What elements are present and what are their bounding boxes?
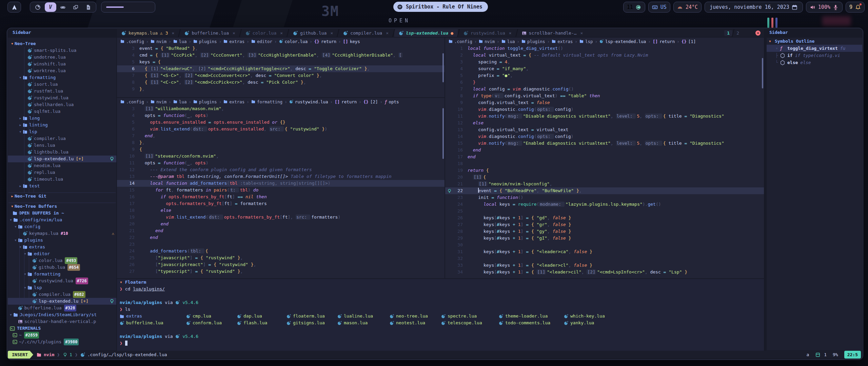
tab-close-icon[interactable]: ×: [172, 30, 175, 36]
buffer-tab-bufferline-lua[interactable]: bufferline.lua×: [180, 29, 239, 37]
code-line[interactable]: 6 { [1]"<leader>uC", [2]"<cmd>CccHighlig…: [117, 65, 445, 72]
code-line[interactable]: 31 keys[#keys + 1] = { "<leader>ca", fal…: [445, 248, 764, 255]
code-line[interactable]: 12 else: [445, 120, 764, 126]
code-line[interactable]: 27 keys[#keys + 1] = { "gr", false }: [445, 221, 764, 228]
outline-item-toggle_diag_virtext[interactable]: ▾ƒtoggle_diag_virtextfu: [767, 45, 862, 52]
terminal-line[interactable]: nvim/lua/plugins via v5.4.6: [117, 333, 764, 340]
code-line[interactable]: 15 for ft, formatters in pairs(t: tbl) d…: [117, 187, 445, 194]
tabpage-number-2[interactable]: 2: [734, 30, 742, 36]
code-line[interactable]: 10 vim.diagnostic.config(opts: config): [445, 106, 764, 113]
floaterm-header[interactable]: ▾Floaterm: [117, 279, 764, 286]
code-line[interactable]: 13 config.virtual_text = virtual_text: [445, 126, 764, 133]
tab-close-icon[interactable]: ×: [233, 30, 235, 36]
terminal-line[interactable]: extrascmp.luadap.luafloaterm.lualualine.…: [117, 313, 764, 320]
code-line[interactable]: 30: [445, 242, 764, 248]
code-line[interactable]: 4 source = "if_many",: [445, 65, 764, 72]
code-line[interactable]: 23: [117, 241, 445, 248]
scrollbar-handle[interactable]: [442, 53, 444, 82]
code-line[interactable]: 19return {: [445, 167, 764, 174]
scrollbar-handle[interactable]: [442, 108, 444, 159]
code-line[interactable]: 21 [1]"neovim/nvim-lspconfig",: [445, 181, 764, 187]
neovim-icon[interactable]: V: [45, 2, 56, 12]
code-line[interactable]: 8},: [117, 139, 445, 146]
tabpage-number-1[interactable]: 1: [724, 30, 732, 36]
buffer-tab-scrollbar-handle-[interactable]: scrollbar-handle-…×: [517, 29, 588, 37]
code-line[interactable]: 27 ["typescript"] = { "rustywind" },: [117, 268, 445, 275]
neotree-section-neo-tree-git[interactable]: ▸Neo-Tree Git: [8, 193, 116, 200]
code-line[interactable]: 7 { [1]"<S-C>", [2]"<cmd>CccConvert<cr>"…: [117, 72, 445, 79]
windows-copy-icon[interactable]: [70, 2, 81, 12]
updates-widget[interactable]: 11: [623, 2, 645, 13]
document-icon[interactable]: [82, 2, 94, 12]
code-line[interactable]: 23 init = function(): [445, 194, 764, 201]
buffer-tab-github-lua[interactable]: github.lua×: [289, 29, 337, 37]
tree-item[interactable]: ~#2859: [8, 332, 116, 339]
code-line[interactable]: 5 opts.ensure_installed = opts.ensure_in…: [117, 119, 445, 126]
code-line[interactable]: 9},: [117, 86, 445, 93]
code-line[interactable]: 16 end: [445, 147, 764, 154]
code-line[interactable]: 25: [445, 208, 764, 215]
terminal-line[interactable]: ❯ ls: [117, 306, 764, 313]
neotree-section-neo-tree-buffers[interactable]: ▾Neo-Tree Buffers: [8, 203, 116, 210]
code-line[interactable]: 34 keys[#keys + 1] = { [1]"<leader>cil",…: [445, 269, 764, 276]
code-line[interactable]: 14 local function add_formatters(tbl :ta…: [117, 180, 445, 187]
code-line[interactable]: 5keys = {: [117, 59, 445, 65]
outline-item-if[interactable]: ├ifif type(config.vi: [767, 52, 862, 59]
code-line[interactable]: 11 vim.notify(msg: "Disable diagnostics …: [445, 113, 764, 120]
scrollbar-handle[interactable]: [762, 58, 763, 88]
code-line[interactable]: 17end: [445, 154, 764, 160]
gamepad-icon[interactable]: [57, 2, 69, 12]
code-line[interactable]: 3event = { "BufRead" },: [117, 45, 445, 52]
notifications-widget[interactable]: 9: [846, 2, 865, 13]
code-line[interactable]: 33 keys[#keys + 1] = { "<leader>cl", fal…: [445, 262, 764, 269]
tab-close-icon[interactable]: ×: [280, 30, 283, 36]
code-line[interactable]: 22 event = { "BufReadPre", "BufNewFile" …: [445, 187, 764, 194]
code-line[interactable]: 9 config.virtual_text = false: [445, 99, 764, 106]
tab-close-icon[interactable]: ×: [509, 30, 512, 36]
code-line[interactable]: 20 end: [117, 221, 445, 227]
launcher-button[interactable]: [7, 2, 21, 13]
terminal-line[interactable]: nvim/lua/plugins via v5.4.6: [117, 299, 764, 306]
clock-widget[interactable]: jueves, noviembre 16, 2023: [705, 2, 803, 13]
symbols-outline-header[interactable]: ▾ Symbols Outline: [767, 38, 862, 45]
firefox-icon[interactable]: [32, 2, 44, 12]
code-line[interactable]: 18: [445, 160, 764, 167]
code-line[interactable]: 6 }: [445, 79, 764, 86]
code-line[interactable]: 16 if opts.formatters_by_ft[ft] == nil t…: [117, 194, 445, 200]
code-line[interactable]: 29 keys[#keys + 1] = { "gI", false }: [445, 235, 764, 242]
code-line[interactable]: 14 vim.diagnostic.config(opts: config): [445, 133, 764, 140]
code-line[interactable]: 3 spacing = 4,: [445, 59, 764, 65]
buffer-tab-keymaps-lua[interactable]: keymaps.lua⚠ 3×: [117, 29, 179, 37]
tab-close-icon[interactable]: ×: [580, 30, 583, 36]
tree-item[interactable]: ~/.c/n/l/plugins#3980: [8, 339, 116, 345]
neotree-section-terminals[interactable]: TERMINALS: [8, 325, 116, 332]
buffer-tab-rustywind-lua[interactable]: rustywind.lua×: [459, 29, 516, 37]
code-line[interactable]: 22 end: [117, 234, 445, 241]
buffer-tab-color-lua[interactable]: color.lua×: [241, 29, 287, 37]
terminal-line[interactable]: ❯ cd lua/plugins/: [117, 286, 764, 292]
code-line[interactable]: 3 [1]"williamboman/mason.nvim",: [117, 105, 445, 112]
code-line[interactable]: 15 vim.notify(msg: "Enabled diagnostics …: [445, 140, 764, 147]
code-line[interactable]: 18 else: [117, 207, 445, 214]
code-line[interactable]: 21 end: [117, 227, 445, 234]
code-line[interactable]: 17 opts.formatters_by_ft[ft] = formatter…: [117, 200, 445, 207]
code-line[interactable]: 26 ["javascriptreact"] = { "rustywind" }…: [117, 261, 445, 268]
code-line[interactable]: 24 local keys = require(modname: "lazyvi…: [445, 201, 764, 208]
code-line[interactable]: 24 add_formatters(tbl: {: [117, 248, 445, 255]
code-line[interactable]: 19 vim.list_extend(dst: opts.formatters_…: [117, 214, 445, 221]
code-line[interactable]: 7 end,: [117, 133, 445, 139]
keyboard-layout-widget[interactable]: US: [648, 2, 670, 13]
outline-item-else[interactable]: └elseelse: [767, 59, 862, 66]
terminal-line[interactable]: [117, 292, 764, 299]
player-progress-widget[interactable]: [101, 2, 155, 13]
terminal-line[interactable]: ❯: [117, 340, 764, 347]
tab-close-icon[interactable]: ×: [330, 30, 333, 36]
music-widget[interactable]: Spiritbox - Rule Of Nines: [393, 2, 488, 12]
code-line[interactable]: 2 local virtual_text = { -- Default virt…: [445, 52, 764, 59]
code-line[interactable]: 32: [445, 255, 764, 262]
code-line[interactable]: 7 local config = vim.diagnostic.config(): [445, 86, 764, 93]
neotree-section-neo-tree[interactable]: ▾Neo-Tree: [8, 40, 116, 47]
code-line[interactable]: 28 keys[#keys + 1] = { "gy", false }: [445, 228, 764, 235]
code-line[interactable]: 12 --- Extend the conform plugin config …: [117, 166, 445, 173]
code-line[interactable]: 25 ["javascript"] = { "rustywind" },: [117, 255, 445, 261]
